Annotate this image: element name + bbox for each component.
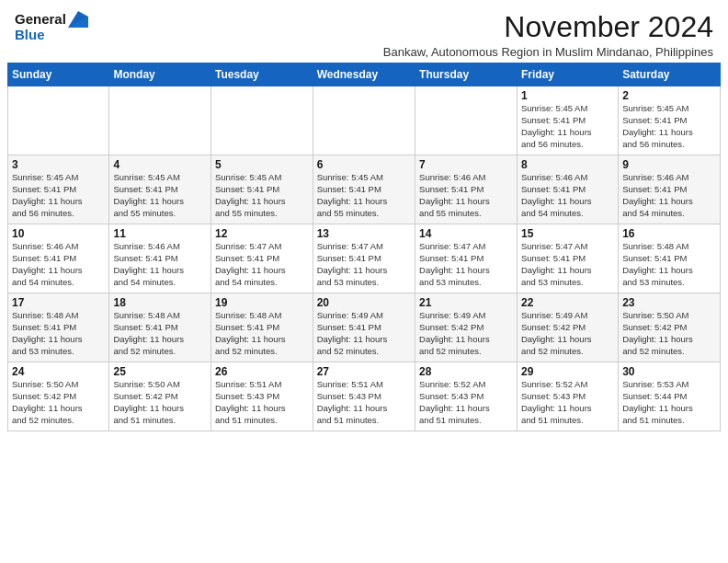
week-row-1: 1Sunrise: 5:45 AMSunset: 5:41 PMDaylight… (8, 86, 721, 155)
day-info: Sunrise: 5:53 AMSunset: 5:44 PMDaylight:… (622, 379, 716, 426)
calendar-cell: 28Sunrise: 5:52 AMSunset: 5:43 PMDayligh… (415, 362, 518, 431)
calendar-cell: 29Sunrise: 5:52 AMSunset: 5:43 PMDayligh… (517, 362, 618, 431)
month-title: November 2024 (97, 11, 713, 43)
calendar-cell: 30Sunrise: 5:53 AMSunset: 5:44 PMDayligh… (619, 362, 721, 431)
day-number: 26 (215, 365, 309, 378)
day-info: Sunrise: 5:45 AMSunset: 5:41 PMDaylight:… (113, 172, 207, 219)
logo: General Blue (15, 11, 97, 43)
calendar-cell: 12Sunrise: 5:47 AMSunset: 5:41 PMDayligh… (211, 224, 313, 293)
day-number: 10 (12, 227, 105, 240)
day-info: Sunrise: 5:46 AMSunset: 5:41 PMDaylight:… (419, 172, 513, 219)
weekday-header-wednesday: Wednesday (313, 63, 415, 86)
calendar-cell: 18Sunrise: 5:48 AMSunset: 5:41 PMDayligh… (109, 293, 211, 362)
calendar-cell: 14Sunrise: 5:47 AMSunset: 5:41 PMDayligh… (415, 224, 518, 293)
day-info: Sunrise: 5:45 AMSunset: 5:41 PMDaylight:… (622, 103, 716, 150)
weekday-header-friday: Friday (517, 63, 618, 86)
week-row-5: 24Sunrise: 5:50 AMSunset: 5:42 PMDayligh… (8, 362, 721, 431)
calendar-cell (109, 86, 211, 155)
day-number: 20 (317, 296, 411, 309)
weekday-header-row: SundayMondayTuesdayWednesdayThursdayFrid… (8, 63, 721, 86)
day-info: Sunrise: 5:48 AMSunset: 5:41 PMDaylight:… (113, 310, 207, 357)
day-number: 13 (317, 227, 411, 240)
day-info: Sunrise: 5:48 AMSunset: 5:41 PMDaylight:… (215, 310, 309, 357)
day-number: 29 (521, 365, 614, 378)
day-number: 1 (521, 89, 614, 102)
day-info: Sunrise: 5:48 AMSunset: 5:41 PMDaylight:… (622, 241, 716, 288)
calendar-cell: 8Sunrise: 5:46 AMSunset: 5:41 PMDaylight… (517, 155, 618, 224)
day-number: 4 (113, 158, 207, 171)
day-info: Sunrise: 5:46 AMSunset: 5:41 PMDaylight:… (521, 172, 614, 219)
weekday-header-saturday: Saturday (619, 63, 721, 86)
week-row-2: 3Sunrise: 5:45 AMSunset: 5:41 PMDaylight… (8, 155, 721, 224)
day-number: 28 (419, 365, 513, 378)
day-number: 6 (317, 158, 411, 171)
day-info: Sunrise: 5:47 AMSunset: 5:41 PMDaylight:… (521, 241, 614, 288)
calendar-cell: 24Sunrise: 5:50 AMSunset: 5:42 PMDayligh… (8, 362, 109, 431)
logo-blue: Blue (15, 28, 45, 43)
calendar-cell: 4Sunrise: 5:45 AMSunset: 5:41 PMDaylight… (109, 155, 211, 224)
day-info: Sunrise: 5:50 AMSunset: 5:42 PMDaylight:… (113, 379, 207, 426)
day-info: Sunrise: 5:47 AMSunset: 5:41 PMDaylight:… (215, 241, 309, 288)
day-number: 12 (215, 227, 309, 240)
calendar-table: SundayMondayTuesdayWednesdayThursdayFrid… (7, 63, 721, 431)
day-number: 21 (419, 296, 513, 309)
day-number: 24 (12, 365, 105, 378)
day-number: 11 (113, 227, 207, 240)
day-info: Sunrise: 5:49 AMSunset: 5:41 PMDaylight:… (317, 310, 411, 357)
calendar-cell: 26Sunrise: 5:51 AMSunset: 5:43 PMDayligh… (211, 362, 313, 431)
day-number: 8 (521, 158, 614, 171)
calendar-cell: 15Sunrise: 5:47 AMSunset: 5:41 PMDayligh… (517, 224, 618, 293)
calendar-cell: 13Sunrise: 5:47 AMSunset: 5:41 PMDayligh… (313, 224, 415, 293)
day-info: Sunrise: 5:49 AMSunset: 5:42 PMDaylight:… (419, 310, 513, 357)
day-info: Sunrise: 5:45 AMSunset: 5:41 PMDaylight:… (215, 172, 309, 219)
day-number: 27 (317, 365, 411, 378)
calendar-cell: 2Sunrise: 5:45 AMSunset: 5:41 PMDaylight… (619, 86, 721, 155)
day-number: 7 (419, 158, 513, 171)
day-info: Sunrise: 5:52 AMSunset: 5:43 PMDaylight:… (521, 379, 614, 426)
calendar-cell: 27Sunrise: 5:51 AMSunset: 5:43 PMDayligh… (313, 362, 415, 431)
calendar-cell: 7Sunrise: 5:46 AMSunset: 5:41 PMDaylight… (415, 155, 518, 224)
day-number: 19 (215, 296, 309, 309)
calendar-cell: 23Sunrise: 5:50 AMSunset: 5:42 PMDayligh… (619, 293, 721, 362)
day-info: Sunrise: 5:46 AMSunset: 5:41 PMDaylight:… (113, 241, 207, 288)
calendar-cell: 11Sunrise: 5:46 AMSunset: 5:41 PMDayligh… (109, 224, 211, 293)
day-number: 25 (113, 365, 207, 378)
day-info: Sunrise: 5:49 AMSunset: 5:42 PMDaylight:… (521, 310, 614, 357)
calendar-cell: 10Sunrise: 5:46 AMSunset: 5:41 PMDayligh… (8, 224, 109, 293)
day-info: Sunrise: 5:50 AMSunset: 5:42 PMDaylight:… (12, 379, 105, 426)
day-number: 16 (622, 227, 716, 240)
weekday-header-monday: Monday (109, 63, 211, 86)
day-number: 23 (622, 296, 716, 309)
calendar-cell: 17Sunrise: 5:48 AMSunset: 5:41 PMDayligh… (8, 293, 109, 362)
calendar-cell: 6Sunrise: 5:45 AMSunset: 5:41 PMDaylight… (313, 155, 415, 224)
calendar-cell: 5Sunrise: 5:45 AMSunset: 5:41 PMDaylight… (211, 155, 313, 224)
day-info: Sunrise: 5:52 AMSunset: 5:43 PMDaylight:… (419, 379, 513, 426)
logo-icon (68, 11, 88, 28)
day-info: Sunrise: 5:51 AMSunset: 5:43 PMDaylight:… (215, 379, 309, 426)
day-number: 3 (12, 158, 105, 171)
calendar-cell: 16Sunrise: 5:48 AMSunset: 5:41 PMDayligh… (619, 224, 721, 293)
day-number: 15 (521, 227, 614, 240)
day-info: Sunrise: 5:45 AMSunset: 5:41 PMDaylight:… (317, 172, 411, 219)
calendar-cell (415, 86, 518, 155)
day-number: 17 (12, 296, 105, 309)
day-info: Sunrise: 5:47 AMSunset: 5:41 PMDaylight:… (419, 241, 513, 288)
day-info: Sunrise: 5:48 AMSunset: 5:41 PMDaylight:… (12, 310, 105, 357)
calendar-cell: 9Sunrise: 5:46 AMSunset: 5:41 PMDaylight… (619, 155, 721, 224)
calendar-cell: 20Sunrise: 5:49 AMSunset: 5:41 PMDayligh… (313, 293, 415, 362)
day-info: Sunrise: 5:46 AMSunset: 5:41 PMDaylight:… (622, 172, 716, 219)
day-number: 2 (622, 89, 716, 102)
week-row-4: 17Sunrise: 5:48 AMSunset: 5:41 PMDayligh… (8, 293, 721, 362)
week-row-3: 10Sunrise: 5:46 AMSunset: 5:41 PMDayligh… (8, 224, 721, 293)
logo-general: General (15, 11, 66, 27)
calendar-cell: 1Sunrise: 5:45 AMSunset: 5:41 PMDaylight… (517, 86, 618, 155)
calendar-cell: 25Sunrise: 5:50 AMSunset: 5:42 PMDayligh… (109, 362, 211, 431)
day-info: Sunrise: 5:50 AMSunset: 5:42 PMDaylight:… (622, 310, 716, 357)
weekday-header-thursday: Thursday (415, 63, 518, 86)
header: General Blue November 2024 Bankaw, Auton… (0, 0, 728, 63)
day-number: 18 (113, 296, 207, 309)
day-number: 22 (521, 296, 614, 309)
calendar-cell (211, 86, 313, 155)
day-info: Sunrise: 5:45 AMSunset: 5:41 PMDaylight:… (521, 103, 614, 150)
weekday-header-tuesday: Tuesday (211, 63, 313, 86)
